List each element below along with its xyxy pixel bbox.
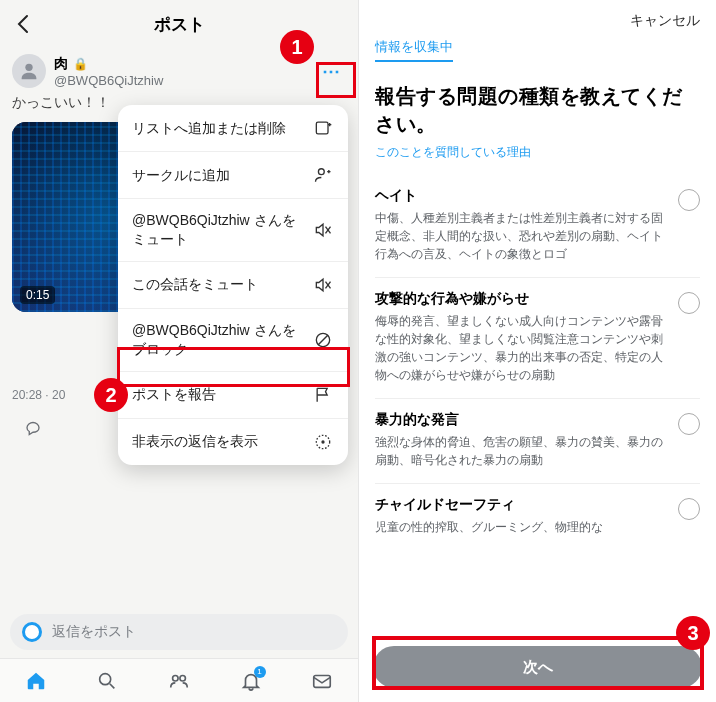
- svg-line-12: [318, 335, 328, 345]
- radio-icon[interactable]: [678, 189, 700, 211]
- svg-rect-19: [314, 675, 331, 687]
- option-violent-speech[interactable]: 暴力的な発言 強烈な身体的脅迫、危害の願望、暴力の賛美、暴力の扇動、暗号化された…: [375, 398, 700, 483]
- notification-badge: 1: [254, 666, 266, 678]
- why-asking-link[interactable]: このことを質問している理由: [359, 144, 716, 175]
- next-button[interactable]: 次へ: [373, 646, 702, 688]
- reply-icon[interactable]: [24, 418, 42, 436]
- block-icon: [312, 329, 334, 351]
- nav-messages-icon[interactable]: [309, 668, 335, 694]
- svg-line-16: [110, 683, 115, 688]
- svg-point-17: [173, 675, 179, 681]
- reply-placeholder: 返信をポスト: [52, 623, 136, 641]
- svg-rect-1: [316, 122, 328, 134]
- menu-add-to-list[interactable]: リストへ追加または削除: [118, 105, 348, 152]
- option-desc: 強烈な身体的脅迫、危害の願望、暴力の賛美、暴力の扇動、暗号化された暴力の扇動: [375, 433, 668, 469]
- option-title: チャイルドセーフティ: [375, 496, 668, 514]
- list-add-icon: [312, 117, 334, 139]
- user-name-block: 肉 🔒 @BWQB6QiJtzhiw: [54, 55, 318, 88]
- reply-avatar-icon: [22, 622, 42, 642]
- display-name[interactable]: 肉: [54, 55, 68, 73]
- option-desc: 児童の性的搾取、グルーミング、物理的な: [375, 518, 668, 536]
- option-title: 暴力的な発言: [375, 411, 668, 429]
- cancel-button[interactable]: キャンセル: [630, 12, 700, 30]
- next-button-wrap: 次へ: [373, 646, 702, 688]
- step-indicator: 情報を収集中: [359, 38, 716, 76]
- nav-communities-icon[interactable]: [166, 668, 192, 694]
- user-handle[interactable]: @BWQB6QiJtzhiw: [54, 73, 318, 88]
- speaker-mute-icon: [312, 219, 334, 241]
- svg-point-14: [321, 440, 324, 443]
- tweet-timestamp: 20:28 · 20: [12, 388, 65, 402]
- svg-point-4: [318, 169, 324, 175]
- option-harassment[interactable]: 攻撃的な行為や嫌がらせ 侮辱的発言、望ましくない成人向けコンテンツや露骨な性的対…: [375, 277, 700, 398]
- context-menu: リストへ追加または削除 サークルに追加 @BWQB6QiJtzhiw さんをミュ…: [118, 105, 348, 465]
- lock-icon: 🔒: [73, 57, 88, 71]
- radio-icon[interactable]: [678, 498, 700, 520]
- video-duration: 0:15: [20, 286, 55, 304]
- menu-mute-user[interactable]: @BWQB6QiJtzhiw さんをミュート: [118, 199, 348, 262]
- avatar[interactable]: [12, 54, 46, 88]
- right-header: キャンセル: [359, 0, 716, 38]
- step-active-label: 情報を収集中: [375, 38, 453, 62]
- more-options-button[interactable]: ⋯: [318, 57, 346, 85]
- svg-point-0: [25, 64, 32, 71]
- radio-icon[interactable]: [678, 413, 700, 435]
- option-desc: 中傷、人種差別主義者または性差別主義者に対する固定概念、非人間的な扱い、恐れや差…: [375, 209, 668, 263]
- nav-notifications-icon[interactable]: 1: [238, 668, 264, 694]
- bottom-nav: 1: [0, 658, 358, 702]
- menu-show-hidden-replies[interactable]: 非表示の返信を表示: [118, 419, 348, 465]
- left-header: ポスト: [0, 0, 358, 48]
- menu-report-post[interactable]: ポストを報告: [118, 372, 348, 419]
- report-options-list: ヘイト 中傷、人種差別主義者または性差別主義者に対する固定概念、非人間的な扱い、…: [359, 175, 716, 550]
- option-child-safety[interactable]: チャイルドセーフティ 児童の性的搾取、グルーミング、物理的な: [375, 483, 700, 550]
- tweet-header: 肉 🔒 @BWQB6QiJtzhiw ⋯: [0, 48, 358, 88]
- hidden-replies-icon: [312, 431, 334, 453]
- option-hate[interactable]: ヘイト 中傷、人種差別主義者または性差別主義者に対する固定概念、非人間的な扱い、…: [375, 175, 700, 277]
- person-add-icon: [312, 164, 334, 186]
- radio-icon[interactable]: [678, 292, 700, 314]
- option-title: ヘイト: [375, 187, 668, 205]
- svg-point-15: [100, 673, 111, 684]
- speaker-mute-icon: [312, 274, 334, 296]
- report-headline: 報告する問題の種類を教えてください。: [359, 76, 716, 144]
- flag-icon: [312, 384, 334, 406]
- reply-input-bar[interactable]: 返信をポスト: [10, 614, 348, 650]
- menu-block-user[interactable]: @BWQB6QiJtzhiw さんをブロック: [118, 309, 348, 372]
- menu-mute-conversation[interactable]: この会話をミュート: [118, 262, 348, 309]
- option-title: 攻撃的な行為や嫌がらせ: [375, 290, 668, 308]
- back-arrow-icon[interactable]: [12, 12, 36, 36]
- twitter-post-screen: ポスト 肉 🔒 @BWQB6QiJtzhiw ⋯ かっこいい！！ 0:15 20…: [0, 0, 358, 702]
- option-desc: 侮辱的発言、望ましくない成人向けコンテンツや露骨な性的対象化、望ましくない閲覧注…: [375, 312, 668, 384]
- menu-add-to-circle[interactable]: サークルに追加: [118, 152, 348, 199]
- page-title: ポスト: [36, 13, 322, 36]
- nav-home-icon[interactable]: [23, 668, 49, 694]
- report-flow-screen: キャンセル 情報を収集中 報告する問題の種類を教えてください。 このことを質問し…: [358, 0, 716, 702]
- nav-search-icon[interactable]: [94, 668, 120, 694]
- svg-point-18: [180, 675, 186, 681]
